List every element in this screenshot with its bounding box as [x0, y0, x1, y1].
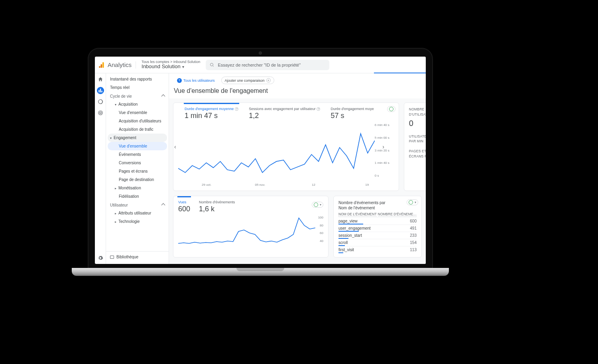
chip-all-users[interactable]: T Tous les utilisateurs	[174, 77, 218, 84]
sidebar-item-retention[interactable]: Fidélisation	[106, 192, 169, 201]
table-row[interactable]: session_start233	[338, 232, 417, 239]
chevron-left-icon[interactable]: ‹	[174, 144, 176, 150]
chevron-up-icon	[162, 203, 165, 207]
sidebar-item-acq-users[interactable]: Acquisition d'utilisateurs	[106, 117, 169, 125]
metric-engaged-sessions[interactable]: Sessions avec engagement par utilisateur…	[249, 107, 320, 120]
chevron-up-icon	[162, 94, 165, 98]
analytics-logo-icon	[98, 61, 105, 69]
account-picker[interactable]: Tous les comptes > Inbound Solution Inbo…	[139, 60, 203, 70]
segment-icon: T	[177, 78, 182, 83]
plus-icon: +	[266, 78, 271, 83]
pages-label: PAGES ET ÉCRANS PR	[409, 149, 426, 159]
table-row[interactable]: user_engagement491	[338, 224, 417, 232]
y-axis: 6 min 40 s 5 min 00 s 3 min 20 s 1 min 4…	[375, 123, 394, 183]
search-placeholder: Essayez de rechercher "ID de la propriét…	[218, 63, 301, 67]
sidebar: Instantané des rapports Temps réel Cycle…	[106, 73, 169, 264]
comparison-bar: T Tous les utilisateurs Ajouter une comp…	[169, 73, 426, 87]
metric-views[interactable]: Vues 600	[178, 200, 190, 213]
top-bar: Analytics Tous les comptes > Inbound Sol…	[95, 57, 426, 73]
card-options[interactable]: ▾	[407, 199, 418, 205]
svg-rect-0	[102, 62, 104, 68]
chevron-right-icon[interactable]: ›	[382, 144, 384, 150]
views-chart-card: Vues 600 Nombre d'événements 1,6 k ▾	[173, 196, 329, 258]
sidebar-section-user[interactable]: Utilisateur	[106, 201, 169, 209]
metric-avg-engagement[interactable]: Durée d'engagement moyenne? 1 min 47 s	[185, 107, 238, 120]
sidebar-item-acq-overview[interactable]: Vue d'ensemble	[106, 108, 169, 117]
y-axis-mini: 100 80 60 40	[315, 216, 323, 243]
advertising-icon[interactable]	[97, 109, 104, 116]
x-axis: 29 oct. 05 nov. 12 19	[178, 183, 394, 187]
table-title-line1: Nombre d'événements par	[338, 201, 386, 205]
users-count-label: NOMBRE D'UTILISATEUR	[409, 107, 426, 117]
users-per-min-label: UTILISATEURS PAR MIN	[409, 134, 426, 144]
search-input[interactable]: Essayez de rechercher "ID de la propriét…	[206, 60, 329, 70]
page-title: Vue d'ensemble de l'engagement	[169, 87, 426, 98]
search-icon	[210, 63, 214, 67]
check-icon	[409, 200, 413, 205]
nav-rail	[95, 73, 106, 264]
engagement-line-chart	[178, 123, 375, 183]
chip-add-comparison[interactable]: Ajouter une comparaison +	[221, 77, 274, 84]
svg-point-10	[99, 112, 101, 114]
table-header: NOM DE L'ÉVÉNEMENTNOMBRE D'ÉVÉNEME…	[338, 211, 417, 217]
sidebar-item-engagement[interactable]: Engagement	[108, 134, 167, 142]
card-options[interactable]: ▾	[312, 202, 323, 208]
sidebar-item-landing[interactable]: Page de destination	[106, 175, 169, 184]
sidebar-item-pages[interactable]: Pages et écrans	[106, 167, 169, 175]
events-table-card: ▾ Nombre d'événements par Nom de l'événe…	[333, 196, 422, 258]
metric-avg-time[interactable]: Durée d'engagement moye 57 s	[330, 107, 374, 120]
explore-icon[interactable]	[97, 98, 104, 105]
sidebar-item-library[interactable]: Bibliothèque	[106, 251, 169, 262]
metric-event-count[interactable]: Nombre d'événements 1,6 k	[199, 200, 235, 213]
sidebar-item-user-attrs[interactable]: Attributs utilisateur	[106, 209, 169, 217]
svg-point-3	[210, 63, 213, 66]
table-row[interactable]: first_visit113	[338, 246, 417, 253]
gear-icon[interactable]	[97, 254, 104, 262]
property-name: Inbound Solution ▾	[142, 64, 200, 70]
users-count-value: 0	[409, 117, 426, 129]
sidebar-item-events[interactable]: Événements	[106, 150, 169, 159]
svg-rect-7	[101, 91, 102, 92]
sidebar-item-eng-overview[interactable]: Vue d'ensemble	[108, 142, 167, 150]
help-icon: ?	[317, 107, 320, 111]
engagement-chart-card: ‹ › Durée d'engagement moyenne? 1 min 47…	[173, 102, 399, 191]
library-icon	[110, 256, 114, 259]
svg-point-9	[98, 111, 102, 115]
main-content: T Tous les utilisateurs Ajouter une comp…	[169, 73, 426, 264]
product-logo: Analytics	[98, 61, 136, 69]
table-title-line2: Nom de l'événement	[338, 206, 375, 210]
product-name: Analytics	[108, 61, 132, 68]
table-row[interactable]: scroll154	[338, 239, 417, 246]
chevron-down-icon: ▾	[182, 65, 184, 69]
realtime-card: NOMBRE D'UTILISATEUR 0 UTILISATEURS PAR …	[404, 102, 426, 191]
sidebar-item-tech[interactable]: Technologie	[106, 217, 169, 226]
sidebar-item-snapshot[interactable]: Instantané des rapports	[106, 75, 169, 83]
sidebar-item-acq-traffic[interactable]: Acquisition de trafic	[106, 125, 169, 134]
check-icon	[314, 203, 318, 207]
svg-rect-1	[101, 64, 102, 68]
svg-point-2	[99, 66, 100, 68]
svg-rect-6	[100, 89, 100, 92]
sidebar-item-conversions[interactable]: Conversions	[106, 159, 169, 167]
views-line-chart	[178, 216, 323, 248]
home-icon[interactable]	[97, 76, 104, 83]
sidebar-section-lifecycle[interactable]: Cycle de vie	[106, 92, 169, 100]
sidebar-item-realtime[interactable]: Temps réel	[106, 83, 169, 92]
table-row[interactable]: page_view600	[338, 217, 417, 224]
svg-rect-5	[98, 90, 99, 92]
help-icon: ?	[235, 107, 238, 111]
sidebar-item-acquisition[interactable]: Acquisition	[106, 100, 169, 108]
reports-icon[interactable]	[97, 87, 104, 94]
svg-line-4	[213, 65, 214, 67]
sidebar-item-monetisation[interactable]: Monétisation	[106, 184, 169, 192]
